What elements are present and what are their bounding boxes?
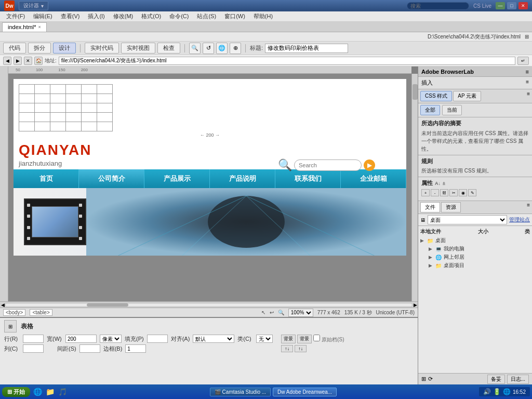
nav-description[interactable]: 产品说明 — [210, 169, 275, 188]
current-button[interactable]: 当前 — [442, 105, 462, 115]
media-icon[interactable]: 🎵 — [57, 387, 68, 397]
refresh-icon-button[interactable]: ↺ — [203, 43, 214, 54]
hscroll-track[interactable] — [5, 303, 413, 307]
design-view-button[interactable]: 设计 — [53, 43, 76, 54]
css-style-tab[interactable]: CSS 样式 — [420, 91, 452, 101]
search-input-field[interactable] — [294, 159, 362, 171]
page-title-input[interactable] — [265, 44, 348, 53]
realtime-code-button[interactable]: 实时代码 — [85, 43, 119, 54]
world-icon-button[interactable]: 🌐 — [216, 43, 228, 54]
desktop-items-expander[interactable]: ▶ — [429, 263, 435, 268]
bg-button2[interactable]: 背景 — [297, 335, 312, 343]
horizontal-scrollbar[interactable]: ◀ ▶ — [0, 301, 418, 308]
task-dreamweaver[interactable]: Dw Adobe Dreamwea... — [273, 388, 337, 396]
menu-help[interactable]: 帮助(H) — [249, 11, 277, 21]
original-checkbox[interactable] — [313, 335, 320, 341]
menu-modify[interactable]: 修改(M) — [109, 11, 138, 21]
tab-close-icon[interactable]: × — [38, 24, 41, 30]
canvas-wrapper[interactable]: 50 100 150 200 ← 200 → — [0, 66, 418, 301]
file-tab[interactable]: 文件 — [420, 202, 440, 212]
network-expander[interactable]: ▶ — [429, 255, 435, 260]
add-attr-btn[interactable]: + — [421, 189, 430, 196]
forward-button[interactable]: ▶ — [14, 57, 22, 65]
document-tab[interactable]: index.html* × — [2, 22, 47, 32]
global-search-input[interactable] — [407, 2, 469, 10]
go-button[interactable]: ↵ — [517, 57, 529, 65]
bottom-icon1[interactable]: ⊞ — [421, 376, 426, 382]
body-tag[interactable]: <body> — [3, 309, 25, 316]
menu-file[interactable]: 文件(F) — [2, 11, 29, 21]
html-table[interactable] — [19, 84, 113, 131]
file-panel-options-icon[interactable]: ≡ — [527, 202, 530, 212]
explorer-icon[interactable]: 📁 — [45, 387, 55, 397]
maximize-button[interactable]: □ — [507, 2, 516, 9]
ie-icon[interactable]: 🌐 — [32, 387, 43, 397]
col-input[interactable] — [23, 344, 44, 353]
tree-item-network[interactable]: ▶ 🌐 网上邻居 — [429, 253, 530, 261]
canvas-scroll[interactable]: ← 200 → QIANYAN jianzhutuxiang 🔍 — [8, 74, 411, 301]
code-view-button[interactable]: 代码 — [3, 43, 26, 54]
vertical-scrollbar[interactable] — [411, 74, 418, 301]
tree-item-mycomputer[interactable]: ▶ 💻 我的电脑 — [429, 245, 530, 253]
hscroll-left-btn[interactable]: ◀ — [0, 302, 5, 308]
right-panel-collapse-icon[interactable]: ≡ — [526, 69, 529, 75]
bottom-icon2[interactable]: ⟳ — [428, 376, 433, 382]
sort-icon2[interactable]: ↑↓ — [295, 345, 307, 352]
backup-button[interactable]: 备妥 — [487, 375, 505, 384]
edit-rule-btn[interactable]: ✎ — [468, 189, 476, 196]
back-button[interactable]: ◀ — [3, 57, 11, 65]
mycomputer-expander[interactable]: ▶ — [429, 246, 435, 251]
split-view-button[interactable]: 拆分 — [28, 43, 51, 54]
manage-site-button[interactable]: 管理站点 — [509, 216, 530, 223]
ap-elements-tab[interactable]: AP 元素 — [453, 91, 481, 101]
align-select[interactable]: 默认 — [193, 335, 234, 343]
close-button[interactable]: ✕ — [518, 2, 528, 9]
menu-site[interactable]: 站点(S) — [193, 11, 220, 21]
nav-products[interactable]: 产品展示 — [144, 169, 210, 188]
table-tag[interactable]: <table> — [30, 309, 52, 316]
inspect-button[interactable]: 检查 — [157, 43, 180, 54]
inspect-icon-button[interactable]: 🔍 — [189, 43, 201, 54]
hscroll-right-btn[interactable]: ▶ — [413, 302, 418, 308]
nav-icon-button[interactable]: ⊕ — [230, 43, 241, 54]
address-input[interactable] — [59, 57, 515, 65]
minimize-button[interactable]: — — [496, 2, 505, 9]
css-options-icon[interactable]: ≡ — [527, 91, 530, 101]
remove-attr-btn[interactable]: - — [431, 189, 439, 196]
log-button[interactable]: 日志... — [507, 375, 529, 384]
designer-button[interactable]: 设计器 ▾ — [19, 1, 48, 10]
unlink-icon[interactable]: ✂ — [449, 189, 458, 196]
plus-icon[interactable]: ± — [443, 181, 445, 186]
width-input[interactable] — [65, 335, 97, 343]
border-input[interactable] — [125, 344, 146, 353]
insert-options-icon[interactable]: ≡ — [526, 79, 529, 85]
menu-window[interactable]: 窗口(W) — [220, 11, 249, 21]
nav-home[interactable]: 首页 — [14, 169, 79, 188]
new-rule-btn[interactable]: ◉ — [459, 189, 467, 196]
bg-button1[interactable]: 背景 — [281, 335, 296, 343]
link-icon[interactable]: ⛓ — [440, 189, 448, 196]
sort-icon1[interactable]: ↑↓ — [281, 345, 293, 352]
location-select[interactable]: 桌面 — [428, 215, 507, 224]
start-button[interactable]: ⊞ 开始 — [2, 387, 30, 397]
spacing-input[interactable] — [79, 344, 100, 353]
realtime-view-button[interactable]: 实时视图 — [121, 43, 155, 54]
class-select[interactable]: 无 — [256, 335, 273, 343]
nav-contact[interactable]: 联系我们 — [275, 169, 341, 188]
menu-edit[interactable]: 编辑(E) — [29, 11, 57, 21]
task-camtasia[interactable]: 🎬 Camtasia Studio ... — [210, 388, 271, 396]
nav-email[interactable]: 企业邮箱 — [341, 169, 406, 188]
menu-insert[interactable]: 插入(I) — [84, 11, 109, 21]
menu-command[interactable]: 命令(C) — [165, 11, 193, 21]
stop-button[interactable]: ✕ — [24, 57, 32, 65]
home-button[interactable]: 🏠 — [34, 57, 43, 65]
tree-item-desktop[interactable]: ▶ 📁 桌面 — [420, 236, 530, 245]
menu-format[interactable]: 格式(O) — [137, 11, 165, 21]
all-button[interactable]: 全部 — [420, 105, 440, 115]
resources-tab[interactable]: 资源 — [441, 202, 461, 212]
nav-company[interactable]: 公司简介 — [79, 169, 144, 188]
menu-view[interactable]: 查看(V) — [57, 11, 84, 21]
tree-item-desktop-items[interactable]: ▶ 📁 桌面项目 — [429, 261, 530, 270]
padding-input[interactable] — [147, 335, 168, 343]
desktop-expander[interactable]: ▶ — [420, 238, 427, 243]
